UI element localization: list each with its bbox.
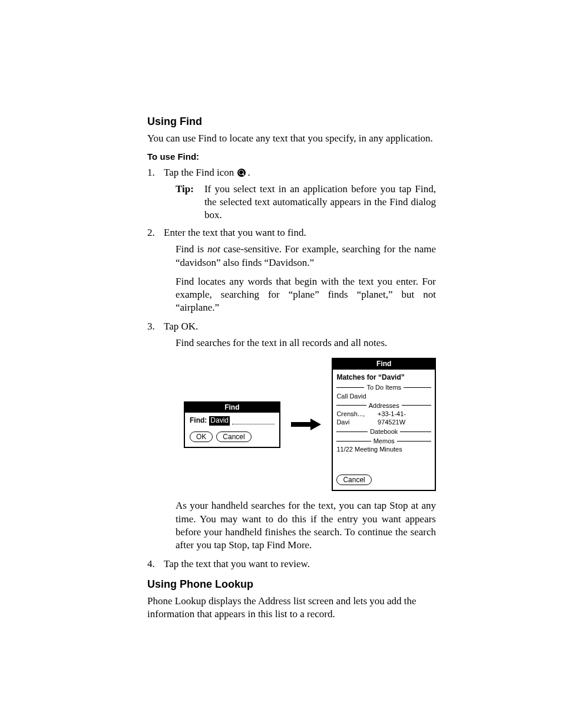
step-4-text: Tap the text that you want to review.: [164, 558, 310, 569]
section-todo-label: To Do Items: [366, 383, 401, 391]
find-dialog: Find Find: David OK Cancel: [184, 401, 280, 448]
heading-using-find: Using Find: [147, 115, 436, 129]
step-1-text-pre: Tap the Find icon: [164, 167, 236, 178]
results-cancel-button[interactable]: Cancel: [336, 475, 371, 485]
find-results-title: Find: [333, 359, 435, 370]
find-results-dialog: Find Matches for “David” To Do Items Cal…: [332, 358, 436, 491]
heading-phone-lookup: Using Phone Lookup: [147, 578, 436, 591]
step-2-sub-2: Find locates any words that begin with t…: [176, 275, 436, 314]
step-2-text: Enter the text that you want to find.: [164, 227, 306, 238]
step-1-text-post: .: [247, 167, 250, 178]
step-3: Tap OK. Find searches for the text in al…: [147, 320, 436, 552]
find-field-underline: [232, 418, 275, 424]
result-todo-1[interactable]: Call David: [336, 392, 431, 400]
cancel-button[interactable]: Cancel: [216, 431, 251, 442]
tip-body: If you select text in an application bef…: [204, 183, 436, 222]
step-1: Tap the Find icon . Tip: If you select t…: [147, 166, 436, 222]
section-memos-label: Memos: [373, 437, 395, 445]
result-memo-1[interactable]: 11/22 Meeting Minutes: [336, 445, 431, 453]
arrow-right-icon: [291, 419, 322, 430]
tip-label: Tip:: [176, 183, 194, 222]
result-address-1[interactable]: Crensh..., Davi +33-1-41-974521W: [336, 410, 431, 426]
ok-button[interactable]: OK: [190, 431, 213, 442]
section-datebook: Datebook: [336, 427, 431, 436]
step-3-text: Tap OK.: [164, 321, 198, 332]
section-todo: To Do Items: [336, 383, 431, 391]
matches-for-label: Matches for “David”: [336, 373, 431, 383]
step-4: Tap the text that you want to review.: [147, 558, 436, 571]
find-figure: Find Find: David OK Cancel: [184, 358, 436, 491]
step-3-sub-1: Find searches for the text in all record…: [176, 337, 436, 350]
section-memos: Memos: [336, 437, 431, 445]
heading-to-use-find: To use Find:: [147, 151, 436, 163]
result-address-name: Crensh..., Davi: [336, 410, 378, 426]
section-addresses: Addresses: [336, 401, 431, 410]
result-memo-1-text: 11/22 Meeting Minutes: [336, 445, 402, 453]
step-2-sub-1-em: not: [207, 243, 220, 255]
paragraph-phone-intro: Phone Lookup displays the Address list s…: [147, 595, 436, 621]
find-icon: [237, 169, 246, 177]
step-2-sub-1a: Find is: [176, 243, 207, 255]
find-field-value[interactable]: David: [209, 416, 230, 426]
find-field-label: Find:: [190, 416, 207, 426]
result-address-phone: +33-1-41-974521W: [378, 410, 431, 426]
section-datebook-label: Datebook: [370, 427, 398, 436]
paragraph-intro: You can use Find to locate any text that…: [147, 132, 436, 145]
step-3-sub-2: As your handheld searches for the text, …: [176, 499, 436, 551]
step-2-sub-1: Find is not case-sensitive. For example,…: [176, 243, 436, 269]
step-2: Enter the text that you want to find. Fi…: [147, 226, 436, 314]
find-dialog-title: Find: [185, 403, 279, 413]
result-todo-1-text: Call David: [336, 392, 366, 400]
section-addresses-label: Addresses: [369, 401, 399, 410]
